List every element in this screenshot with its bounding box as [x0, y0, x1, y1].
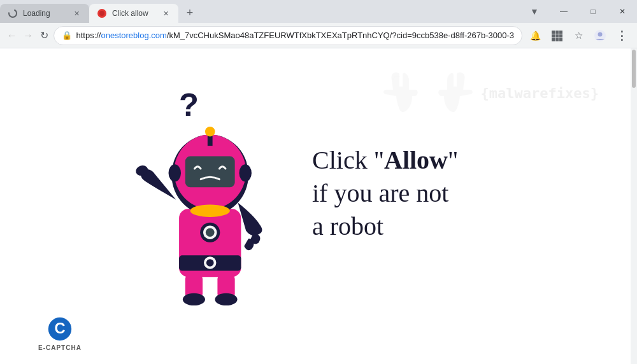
maximize-button[interactable]: □	[578, 0, 608, 23]
svg-rect-3	[552, 31, 555, 34]
tab-loading-label: Loading	[23, 9, 66, 18]
svg-point-22	[183, 293, 205, 305]
toolbar: ← → ↻ 🔒 https://onestoreblog.com/kM_7vcC…	[0, 23, 637, 48]
notifications-button[interactable]: 🔔	[525, 25, 545, 46]
robot-illustration: ?	[121, 79, 287, 308]
reload-button[interactable]: ↻	[38, 25, 51, 46]
active-tab-favicon	[97, 8, 107, 18]
apps-icon	[551, 30, 562, 41]
new-tab-button[interactable]: +	[181, 4, 199, 22]
scrollbar-thumb[interactable]	[632, 50, 636, 88]
ecaptcha-label: E-CAPTCHA	[38, 344, 82, 351]
address-domain: onestoreblog.com	[101, 31, 166, 40]
svg-rect-11	[559, 38, 562, 41]
svg-point-23	[215, 293, 238, 305]
ecaptcha-container: C E-CAPTCHA	[38, 316, 82, 351]
message-line1-end: "	[448, 146, 458, 174]
profile-icon	[594, 29, 606, 42]
svg-point-35	[239, 164, 251, 181]
tab-click-allow-label: Click allow	[112, 9, 155, 18]
message-line3: a robot	[312, 212, 383, 241]
bookmark-button[interactable]: ☆	[568, 25, 589, 46]
message-line1: Click "	[312, 146, 384, 174]
page-content: {malwarefixes} ?	[0, 48, 637, 364]
loading-favicon	[8, 8, 18, 18]
svg-rect-9	[552, 38, 555, 41]
svg-rect-4	[555, 31, 559, 34]
apps-button[interactable]	[547, 25, 567, 46]
profile-button[interactable]	[590, 25, 610, 46]
svg-point-0	[9, 10, 17, 17]
svg-point-30	[190, 205, 230, 217]
menu-button[interactable]: ⋮	[612, 25, 632, 46]
robot-svg: ?	[121, 79, 287, 308]
scrollbar[interactable]	[631, 48, 637, 364]
tab-loading-close[interactable]: ✕	[71, 8, 82, 18]
minimize-button[interactable]: —	[549, 0, 578, 23]
chrome-profile-area[interactable]: ▼	[520, 0, 549, 23]
svg-rect-6	[552, 34, 555, 38]
left-hand-icon	[380, 67, 425, 118]
svg-point-33	[206, 228, 215, 237]
svg-point-13	[598, 32, 603, 36]
tab-click-allow-close[interactable]: ✕	[161, 8, 171, 18]
window-controls: ▼ — □ ✕	[520, 0, 637, 23]
close-button[interactable]: ✕	[608, 0, 637, 23]
watermark: {malwarefixes}	[380, 67, 599, 118]
tab-loading[interactable]: Loading ✕	[0, 4, 89, 23]
svg-point-29	[205, 127, 215, 137]
message-container: Click "Allow" if you are not a robot	[312, 144, 516, 243]
lock-icon: 🔒	[62, 31, 72, 40]
click-allow-text: Click "Allow" if you are not a robot	[312, 144, 516, 243]
ecaptcha-logo: C	[47, 316, 73, 342]
watermark-text: {malwarefixes}	[481, 85, 599, 101]
forward-button[interactable]: →	[21, 25, 34, 46]
svg-rect-10	[555, 38, 559, 41]
svg-text:C: C	[54, 320, 65, 337]
back-button[interactable]: ←	[5, 25, 18, 46]
svg-rect-5	[559, 31, 562, 34]
address-bar[interactable]: 🔒 https://onestoreblog.com/kM_7vcCHukSMa…	[54, 26, 522, 45]
svg-rect-8	[559, 34, 562, 38]
message-line2: if you are not	[312, 179, 448, 207]
watermark-hands	[380, 67, 476, 118]
svg-text:?: ?	[179, 87, 199, 123]
title-bar: Loading ✕ Click allow ✕ + ▼ — □ ✕	[0, 0, 637, 23]
svg-rect-7	[555, 34, 559, 38]
svg-point-34	[169, 164, 181, 181]
tab-click-allow[interactable]: Click allow ✕	[89, 4, 178, 23]
message-allow-bold: Allow	[384, 146, 448, 174]
toolbar-actions: 🔔 ☆	[525, 25, 632, 46]
address-text: https://onestoreblog.com/kM_7vcCHukSMao4…	[76, 31, 514, 40]
svg-point-19	[206, 259, 214, 267]
svg-point-2	[99, 11, 104, 16]
right-hand-icon	[431, 67, 476, 118]
browser-frame: Loading ✕ Click allow ✕ + ▼ — □ ✕	[0, 0, 637, 364]
svg-rect-27	[185, 157, 235, 188]
